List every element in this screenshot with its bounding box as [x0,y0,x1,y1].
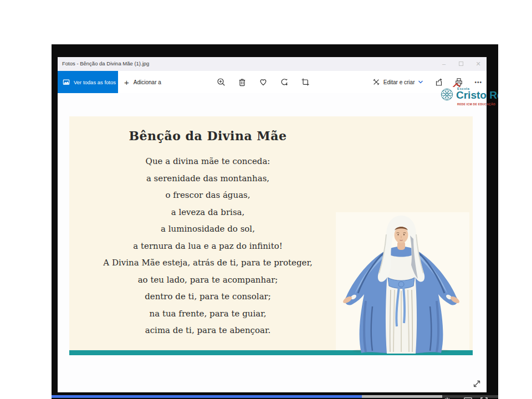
view-all-photos-label: Ver todas as fotos [74,79,116,85]
zoom-icon[interactable] [217,78,226,86]
edit-create-label: Editar e criar [383,79,415,85]
poem-line: Que a divina mãe te conceda: [69,153,346,170]
photo-text-block: Bênção da Divina Mãe Que a divina mãe te… [69,116,346,339]
watermark-tagline: REDE ICM DE EDUCAÇÃO [457,103,495,106]
window-title: Fotos - Bênção da Divina Mãe (1).jpg [62,60,149,66]
photos-app-window: Fotos - Bênção da Divina Mãe (1).jpg – ✕… [58,57,487,392]
poem-line: a serenidade das montanhas, [69,170,346,187]
toolbar-center-icons [217,71,310,93]
toolbar: Ver todas as fotos + Adicionar a [58,71,487,93]
minimize-button[interactable]: – [436,57,452,71]
add-to-label: Adicionar a [134,79,161,85]
rotate-icon[interactable] [280,78,289,86]
add-icon: + [124,78,129,87]
photo-image: Bênção da Divina Mãe Que a divina mãe te… [69,116,473,355]
poem-line: a ternura da lua e a paz do infinito! [69,238,346,255]
maximize-button[interactable] [453,57,469,71]
watermark-name: Cristo Rei [456,89,498,101]
player-progress-bar[interactable] [52,395,498,398]
player-buffer-fill [362,395,442,398]
titlebar: Fotos - Bênção da Divina Mãe (1).jpg – ✕ [58,57,487,71]
poem-line: acima de ti, para te abençoar. [69,322,346,339]
edit-icon [372,78,380,86]
close-button[interactable]: ✕ [470,57,487,71]
poem-line: o frescor das águas, [69,187,346,204]
crop-icon[interactable] [301,78,310,86]
rosette-icon [441,88,453,101]
photos-icon [63,78,70,86]
virgin-mary-image [332,212,473,355]
poem-line: a leveza da brisa, [69,204,346,221]
video-frame: Fotos - Bênção da Divina Mãe (1).jpg – ✕… [52,44,498,399]
poem-line: dentro de ti, para te consolar; [69,288,346,305]
photo-title: Bênção da Divina Mãe [69,129,346,143]
expand-icon[interactable] [472,379,482,388]
view-all-photos-button[interactable]: Ver todas as fotos [58,71,118,93]
school-watermark: Escola Cristo Rei REDE ICM DE EDUCAÇÃO [439,82,498,111]
player-progress-fill [52,395,362,398]
favorite-icon[interactable] [259,78,268,86]
delete-icon[interactable] [238,78,247,86]
maximize-icon [459,62,463,66]
poem: Que a divina mãe te conceda: a serenidad… [69,153,346,339]
poem-line: ao teu lado, para te acompanhar; [69,272,346,289]
add-to-button[interactable]: + Adicionar a [124,71,161,93]
edit-create-button[interactable]: Editar e criar [372,78,424,86]
poem-line: na tua frente, para te guiar, [69,305,346,323]
poem-line: A Divina Mãe esteja, atrás de ti, para t… [69,254,346,272]
poem-line: a luminosidade do sol, [69,221,346,238]
chevron-down-icon [418,80,423,84]
